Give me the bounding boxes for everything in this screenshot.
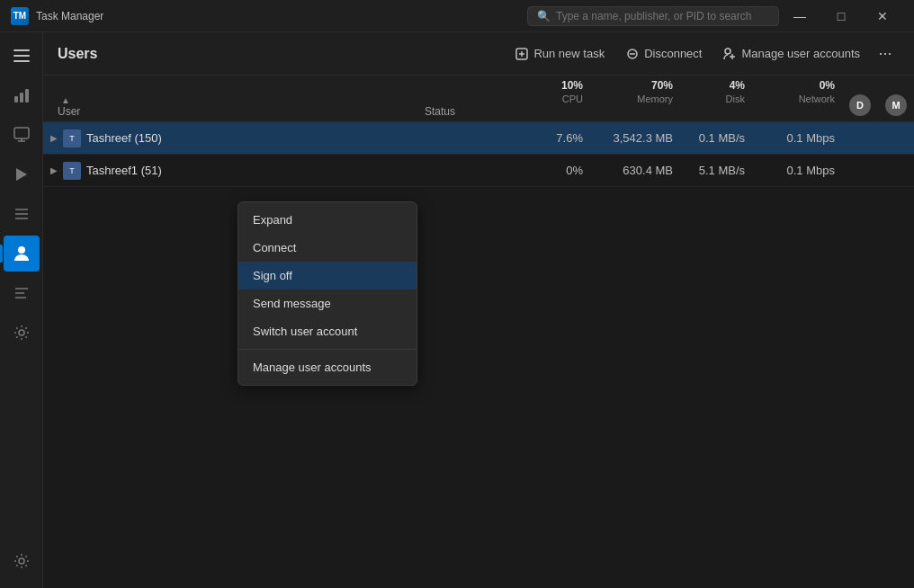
search-box[interactable]: 🔍 [527,6,779,26]
manage-accounts-icon [723,48,736,60]
page-title: Users [58,46,505,62]
user-name: Tashreef1 (51) [86,164,162,177]
user-name: Tashreef (150) [86,131,162,145]
header-cpu-pct: 10% [561,79,583,92]
user-avatar: T [63,129,81,147]
disconnect-icon [626,48,639,60]
row-disk-cell: 0.1 MB/s [680,131,752,145]
run-icon [515,48,528,60]
app-title: Task Manager [36,10,527,22]
expand-icon[interactable]: ▶ [50,133,58,143]
context-menu-item-connect[interactable]: Connect [238,234,417,262]
header-disk-label: Disk [726,94,745,104]
svg-point-17 [19,330,24,335]
context-menu-item-switch-user[interactable]: Switch user account [238,317,417,345]
row-user-cell: ▶ T Tashreef1 (51) [43,162,410,180]
context-menu-item-signoff[interactable]: Sign off [238,262,417,290]
header-memory-pct: 70% [651,79,673,92]
header-avatar-d-col: D [842,76,878,121]
sidebar-item-services[interactable] [4,315,40,351]
svg-rect-5 [25,89,29,102]
row-user-cell: ▶ T Tashreef (150) [43,129,410,147]
header-network-label: Network [799,94,835,104]
header-memory-col[interactable]: 70% Memory [590,76,680,121]
run-new-task-button[interactable]: Run new task [505,41,615,66]
more-options-button[interactable]: ··· [871,40,900,68]
header-network-col[interactable]: 0% Network [752,76,842,121]
header-disk-pct: 4% [730,79,745,92]
row-memory-cell: 630.4 MB [590,164,680,177]
table-row[interactable]: ▶ T Tashreef1 (51) 0% 630.4 MB 5.1 MB/s … [43,155,914,187]
disconnect-label: Disconnect [644,47,702,60]
row-memory-cell: 3,542.3 MB [590,131,680,145]
main-toolbar: Users Run new task Disconnect [43,32,914,76]
sidebar-item-details[interactable] [4,275,40,311]
close-button[interactable]: ✕ [862,0,903,32]
sort-arrow-icon: ▲ [61,95,70,105]
svg-point-24 [725,49,730,54]
titlebar: TM Task Manager 🔍 — □ ✕ [0,0,914,32]
user-avatar: T [63,162,81,180]
sidebar-menu-button[interactable] [4,40,40,72]
manage-accounts-button[interactable]: Manage user accounts [712,41,871,66]
context-menu-divider [238,349,417,350]
header-network-pct: 0% [820,79,835,92]
row-network-cell: 0.1 Mbps [752,164,842,177]
header-user-label: User [58,105,80,118]
minimize-button[interactable]: — [779,0,820,32]
app-icon: TM [11,7,29,25]
header-cpu-col[interactable]: 10% CPU [518,76,590,121]
search-input[interactable] [556,10,769,22]
sidebar-item-performance[interactable] [4,77,40,113]
svg-rect-6 [14,128,29,138]
context-menu-item-manage-accounts[interactable]: Manage user accounts [238,353,417,381]
svg-point-18 [19,558,24,564]
avatar-d-badge: D [849,94,871,116]
row-cpu-cell: 0% [518,164,590,177]
svg-rect-4 [20,93,23,102]
header-avatar-m-col: M [878,76,914,121]
sidebar-item-processes[interactable] [4,196,40,232]
sidebar-item-startup[interactable] [4,156,40,192]
header-memory-label: Memory [637,94,673,104]
table-row[interactable]: ▶ T Tashreef (150) 7.6% 3,542.3 MB 0.1 M… [43,122,914,155]
row-cpu-cell: 7.6% [518,131,590,145]
header-cpu-label: CPU [562,94,583,104]
svg-rect-2 [13,60,30,62]
main-content: Users Run new task Disconnect [43,32,914,588]
svg-marker-9 [16,168,27,181]
row-disk-cell: 5.1 MB/s [680,164,752,177]
sidebar-item-users[interactable] [4,236,40,272]
context-menu-item-send-message[interactable]: Send message [238,290,417,317]
header-status-col[interactable]: Status [410,76,518,121]
app-body: Users Run new task Disconnect [0,32,914,588]
table-area: ▲ User Status 10% CPU 70% Memory 4% Disk [43,76,914,588]
expand-icon[interactable]: ▶ [50,165,58,175]
context-menu: Expand Connect Sign off Send message Swi… [237,201,417,386]
svg-rect-0 [13,49,30,51]
disconnect-button[interactable]: Disconnect [615,41,712,66]
table-header: ▲ User Status 10% CPU 70% Memory 4% Disk [43,76,914,122]
sidebar-item-settings[interactable] [4,543,40,579]
run-new-task-label: Run new task [533,47,605,60]
avatar-m-badge: M [885,94,907,116]
sidebar-bottom [4,536,40,581]
row-network-cell: 0.1 Mbps [752,131,842,145]
header-disk-col[interactable]: 4% Disk [680,76,752,121]
svg-rect-3 [14,96,18,102]
manage-accounts-label: Manage user accounts [741,47,860,60]
header-status-label: Status [425,105,455,118]
context-menu-item-expand[interactable]: Expand [238,206,417,234]
header-user-col[interactable]: ▲ User [43,76,410,121]
svg-point-13 [18,246,25,254]
sidebar-item-app-history[interactable] [4,117,40,153]
sidebar [0,32,43,588]
svg-rect-1 [13,55,30,57]
search-icon: 🔍 [537,10,551,22]
maximize-button[interactable]: □ [820,0,862,32]
window-controls: — □ ✕ [779,0,903,32]
